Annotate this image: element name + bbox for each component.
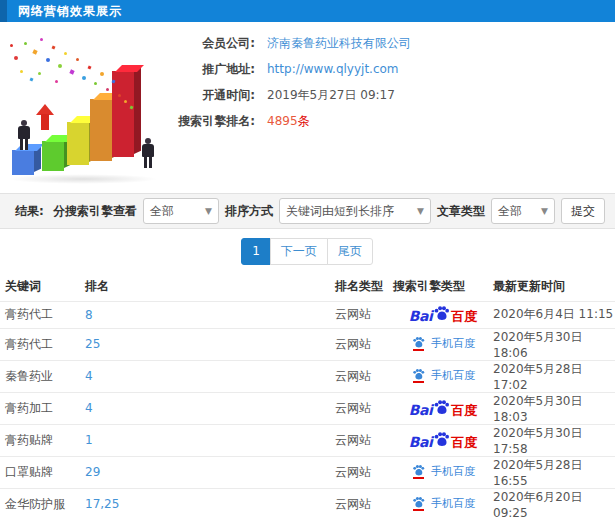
- filter-controls: 分搜索引擎查看 全部 ▼ 排序方式 关键词由短到长排序 ▼ 文章类型 全部 ▼ …: [53, 198, 605, 224]
- member-info-rows: 会员公司: 济南秦鲁药业科技有限公司 推广地址: http://www.qlyy…: [175, 30, 605, 134]
- table-row: 膏药代工 8 云网站 Bai 百度 2020年6月4日 11:15: [0, 301, 615, 328]
- baidu-paw-icon: [433, 399, 450, 416]
- table-row: 膏药加工 4 云网站 Bai 百度 2020年5月30日 18:03: [0, 392, 615, 424]
- updated-cell: 2020年5月28日 17:02: [493, 360, 615, 392]
- baidu-logo-bai-text: Bai: [409, 435, 432, 449]
- rank-link[interactable]: 25: [85, 337, 100, 351]
- updated-cell: 2020年5月30日 18:03: [493, 392, 615, 424]
- sort-label: 排序方式: [225, 203, 273, 220]
- updated-cell: 2020年5月30日 17:58: [493, 424, 615, 456]
- company-link[interactable]: 济南秦鲁药业科技有限公司: [267, 35, 411, 52]
- engine-cell: 手机百度: [393, 488, 493, 520]
- chevron-down-icon: ▼: [411, 206, 424, 216]
- keyword-cell: 秦鲁药业: [0, 360, 85, 392]
- keyword-cell: 膏药代工: [0, 301, 85, 328]
- table-header-row: 关键词 排名 排名类型 搜索引擎类型 最新更新时间: [0, 273, 615, 301]
- keyword-cell: 金华防护服: [0, 488, 85, 520]
- rank-link[interactable]: 8: [85, 308, 93, 322]
- updated-cell: 2020年5月28日 16:55: [493, 456, 615, 488]
- table-row: 膏药代工 25 云网站 手机百度 2020年5月30日 18:06: [0, 328, 615, 360]
- column-header-rank-type: 排名类型: [335, 273, 393, 301]
- promo-url-link[interactable]: http://www.qlyyjt.com: [267, 62, 399, 76]
- rank-count-label: 搜索引擎排名:: [175, 113, 255, 130]
- baidu-logo: Bai 百度: [409, 399, 477, 417]
- table-row: 口罩贴牌 29 云网站 手机百度 2020年5月28日 16:55: [0, 456, 615, 488]
- baidu-paw-icon: [412, 464, 425, 477]
- rank-link[interactable]: 1: [85, 433, 93, 447]
- table-row: 金华防护服 17,25 云网站 手机百度 2020年6月20日 09:25: [0, 488, 615, 520]
- rank-link[interactable]: 4: [85, 369, 93, 383]
- table-row: 膏药贴牌 1 云网站 Bai 百度 2020年5月30日 17:58: [0, 424, 615, 456]
- rank-type-cell: 云网站: [335, 392, 393, 424]
- rank-link[interactable]: 17,25: [85, 497, 119, 511]
- baidu-paw-icon: [412, 336, 425, 349]
- rank-type-cell: 云网站: [335, 456, 393, 488]
- mobile-baidu-icon: [411, 368, 426, 383]
- filter-bar: 结果: 分搜索引擎查看 全部 ▼ 排序方式 关键词由短到长排序 ▼ 文章类型 全…: [0, 193, 615, 229]
- baidu-logo: Bai 百度: [409, 305, 477, 323]
- engine-view-select[interactable]: 全部 ▼: [143, 198, 219, 224]
- baidu-logo: Bai 百度: [409, 431, 477, 449]
- chart-shadow: [8, 174, 158, 184]
- table-body: 膏药代工 8 云网站 Bai 百度 2020年6月4日 11:15膏药代工 25…: [0, 301, 615, 520]
- open-time-label: 开通时间:: [175, 87, 255, 104]
- chevron-down-icon: ▼: [535, 206, 548, 216]
- engine-view-label: 分搜索引擎查看: [53, 203, 137, 220]
- table-row: 秦鲁药业 4 云网站 手机百度 2020年5月28日 17:02: [0, 360, 615, 392]
- updated-cell: 2020年6月4日 11:15: [493, 301, 615, 328]
- article-type-select[interactable]: 全部 ▼: [491, 198, 555, 224]
- results-table: 关键词 排名 排名类型 搜索引擎类型 最新更新时间 膏药代工 8 云网站 Bai…: [0, 273, 615, 520]
- info-row-open-time: 开通时间: 2019年5月27日 09:17: [175, 82, 605, 108]
- rank-type-cell: 云网站: [335, 301, 393, 328]
- baidu-paw-icon: [433, 305, 450, 322]
- updated-cell: 2020年6月20日 09:25: [493, 488, 615, 520]
- baidu-paw-icon: [412, 368, 425, 381]
- baidu-logo-bai-text: Bai: [409, 309, 432, 323]
- chevron-down-icon: ▼: [199, 206, 212, 216]
- growth-chart-illustration: [0, 28, 175, 186]
- baidu-logo-cn-text: 百度: [451, 310, 477, 323]
- mobile-baidu-icon: [411, 464, 426, 479]
- result-label: 结果:: [15, 203, 44, 220]
- mobile-baidu-logo: 手机百度: [411, 368, 475, 383]
- page-title: 网络营销效果展示: [7, 3, 122, 20]
- baidu-paw-icon: [433, 431, 450, 448]
- page-button-current[interactable]: 1: [241, 238, 271, 265]
- engine-cell: Bai 百度: [393, 424, 493, 456]
- rank-type-cell: 云网站: [335, 360, 393, 392]
- baidu-logo-cn-text: 百度: [451, 404, 477, 417]
- title-bar-edge: [0, 0, 7, 22]
- engine-cell: 手机百度: [393, 328, 493, 360]
- rank-count-value: 4895: [267, 114, 298, 128]
- baidu-paw-icon: [412, 496, 425, 509]
- mobile-baidu-logo: 手机百度: [411, 464, 475, 479]
- article-type-selected: 全部: [498, 203, 522, 220]
- keyword-cell: 膏药代工: [0, 328, 85, 360]
- open-time-value: 2019年5月27日 09:17: [267, 87, 395, 104]
- engine-view-selected: 全部: [150, 203, 174, 220]
- article-type-label: 文章类型: [437, 203, 485, 220]
- rank-link[interactable]: 4: [85, 401, 93, 415]
- company-label: 会员公司:: [175, 35, 255, 52]
- mobile-baidu-logo: 手机百度: [411, 496, 475, 511]
- mobile-baidu-icon: [411, 336, 426, 351]
- info-row-company: 会员公司: 济南秦鲁药业科技有限公司: [175, 30, 605, 56]
- keyword-cell: 膏药贴牌: [0, 424, 85, 456]
- next-page-button[interactable]: 下一页: [270, 238, 328, 265]
- mobile-baidu-logo: 手机百度: [411, 336, 475, 351]
- title-bar: 网络营销效果展示: [0, 0, 615, 22]
- baidu-logo-bai-text: Bai: [409, 403, 432, 417]
- member-info-section: 会员公司: 济南秦鲁药业科技有限公司 推广地址: http://www.qlyy…: [0, 22, 615, 193]
- mobile-baidu-label: 手机百度: [431, 368, 475, 383]
- keyword-cell: 膏药加工: [0, 392, 85, 424]
- last-page-button[interactable]: 尾页: [327, 238, 373, 265]
- column-header-rank: 排名: [85, 273, 335, 301]
- rank-count-suffix: 条: [298, 113, 310, 130]
- sort-select[interactable]: 关键词由短到长排序 ▼: [279, 198, 431, 224]
- submit-button[interactable]: 提交: [561, 198, 605, 224]
- info-row-rank-count: 搜索引擎排名: 4895 条: [175, 108, 605, 134]
- rank-link[interactable]: 29: [85, 465, 100, 479]
- baidu-logo-cn-text: 百度: [451, 436, 477, 449]
- engine-cell: 手机百度: [393, 456, 493, 488]
- updated-cell: 2020年5月30日 18:06: [493, 328, 615, 360]
